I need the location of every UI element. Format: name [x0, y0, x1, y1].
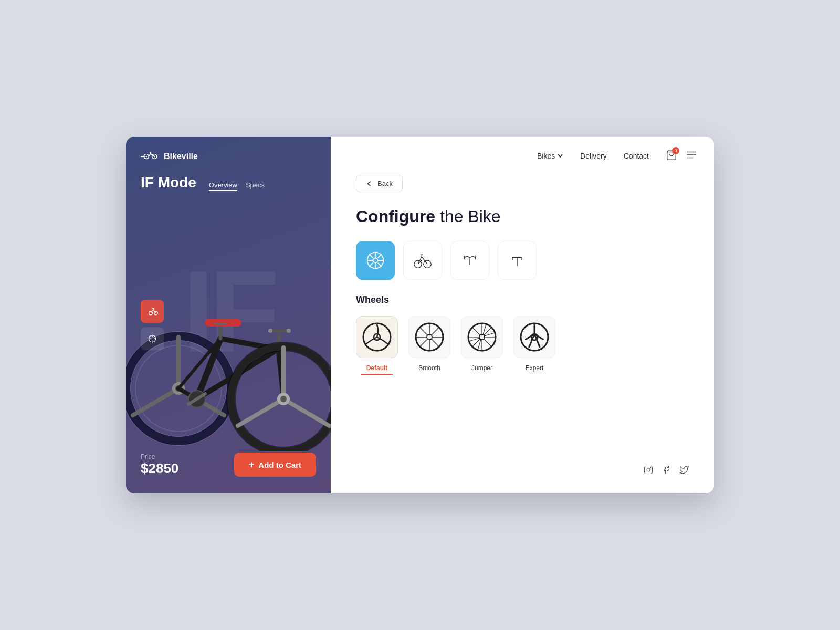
wheel-option-jumper[interactable]: Jumper: [461, 316, 503, 375]
product-header: IF Mode Overview Specs: [141, 174, 316, 191]
product-tabs: Overview Specs: [209, 181, 265, 191]
svg-line-69: [420, 328, 428, 335]
config-frame-btn[interactable]: [403, 241, 442, 280]
configure-bold: Configure: [356, 207, 435, 226]
twitter-icon[interactable]: [679, 465, 689, 477]
nav-delivery[interactable]: Delivery: [580, 152, 607, 160]
wheel-options: Default: [356, 316, 689, 375]
bottom-bar: Price $2850 + Add to Cart: [141, 453, 316, 477]
logo-icon: [141, 151, 160, 162]
cart-badge: 0: [672, 147, 679, 154]
social-icons: [644, 465, 689, 477]
wheel-circle-default: [356, 316, 398, 358]
nav-contact-label: Contact: [624, 152, 649, 160]
svg-line-79: [472, 328, 480, 335]
view-btn-bike[interactable]: [141, 300, 164, 323]
config-handlebar1-btn[interactable]: [450, 241, 489, 280]
instagram-icon[interactable]: [644, 465, 653, 477]
wheel-circle-smooth: [408, 316, 450, 358]
svg-line-46: [378, 254, 382, 258]
price-label: Price: [141, 453, 178, 460]
nav-icons: 0: [666, 149, 697, 162]
svg-point-91: [650, 467, 651, 468]
nav-delivery-label: Delivery: [580, 152, 607, 160]
back-button[interactable]: Back: [356, 175, 403, 192]
wheel-underline: [361, 374, 393, 375]
svg-point-49: [424, 260, 431, 268]
wheels-label: Wheels: [356, 295, 689, 306]
svg-line-44: [369, 254, 373, 258]
brand-name: Bikeville: [164, 152, 198, 161]
svg-point-31: [280, 396, 287, 402]
svg-rect-21: [205, 319, 242, 327]
wheel-name-smooth: Smooth: [418, 364, 440, 372]
add-to-cart-label: Add to Cart: [258, 460, 301, 469]
wheel-circle-jumper: [461, 316, 503, 358]
price-value: $2850: [141, 460, 178, 477]
wheel-option-expert[interactable]: Expert: [513, 316, 555, 375]
config-wheels-btn[interactable]: [356, 241, 395, 280]
add-to-cart-button[interactable]: + Add to Cart: [234, 453, 316, 477]
svg-point-90: [647, 468, 650, 471]
right-panel: Bikes Delivery Contact 0: [331, 136, 714, 494]
svg-line-71: [432, 328, 439, 335]
nav-bikes[interactable]: Bikes: [537, 152, 563, 160]
svg-point-39: [373, 258, 378, 263]
tab-overview[interactable]: Overview: [209, 181, 237, 191]
svg-line-72: [420, 339, 428, 347]
wheel-name-expert: Expert: [526, 364, 544, 372]
left-panel: Bikeville IF Mode Overview Specs: [126, 136, 331, 494]
wheel-option-smooth[interactable]: Smooth: [408, 316, 450, 375]
menu-button[interactable]: [686, 149, 697, 162]
logo-area: Bikeville: [141, 151, 316, 162]
nav-bikes-label: Bikes: [537, 152, 555, 160]
wheel-circle-expert: [513, 316, 555, 358]
wheel-option-default[interactable]: Default: [356, 316, 398, 375]
svg-line-45: [378, 263, 382, 267]
facebook-icon[interactable]: [662, 465, 671, 477]
svg-line-80: [484, 339, 492, 347]
tab-specs[interactable]: Specs: [246, 181, 265, 191]
top-nav: Bikes Delivery Contact 0: [331, 136, 714, 175]
bike-illustration: [126, 262, 331, 452]
product-title: IF Mode: [141, 174, 196, 191]
svg-line-22: [214, 323, 220, 324]
svg-line-23: [220, 323, 227, 324]
view-btn-detail[interactable]: [141, 327, 164, 350]
back-label: Back: [377, 180, 393, 187]
svg-rect-89: [645, 466, 653, 474]
cart-button[interactable]: 0: [666, 149, 677, 162]
svg-point-2: [145, 156, 147, 158]
wheel-name-default: Default: [366, 364, 388, 372]
configure-heading: Configure the Bike: [356, 207, 689, 226]
price-area: Price $2850: [141, 453, 178, 477]
wheels-section: Wheels: [356, 295, 689, 375]
wheel-name-jumper: Jumper: [471, 364, 492, 372]
config-handlebar2-btn[interactable]: [498, 241, 537, 280]
plus-icon: +: [249, 460, 255, 469]
configure-light: the Bike: [440, 207, 501, 226]
nav-contact[interactable]: Contact: [624, 152, 649, 160]
right-content: Back Configure the Bike: [331, 175, 714, 494]
view-buttons: [141, 300, 164, 350]
config-option-icons: [356, 241, 689, 280]
svg-point-26: [268, 329, 272, 333]
svg-line-70: [432, 339, 439, 347]
svg-point-27: [287, 329, 291, 333]
svg-line-47: [369, 263, 373, 267]
app-container: Bikeville IF Mode Overview Specs: [126, 136, 714, 494]
